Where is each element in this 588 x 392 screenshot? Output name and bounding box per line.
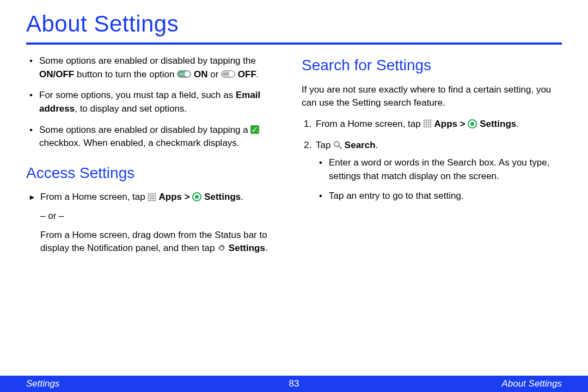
svg-point-28 [430, 124, 432, 126]
text: Some options are enabled or disabled by … [39, 125, 250, 135]
bullet-checkbox: Some options are enabled or disabled by … [26, 124, 286, 150]
search-icon [333, 140, 342, 149]
svg-point-10 [152, 198, 154, 199]
text: . [516, 119, 519, 129]
text: . [265, 243, 268, 253]
svg-point-18 [426, 120, 427, 121]
access-alt: From a Home screen, drag down from the S… [26, 229, 286, 255]
search-intro: If you are not sure exactly where to fin… [302, 83, 562, 110]
footer-right: About Settings [501, 378, 562, 389]
svg-point-4 [148, 195, 150, 197]
step-2-sub: Enter a word or words in the Search box.… [316, 156, 562, 203]
search-settings-heading: Search for Settings [302, 54, 562, 77]
onoff-bold: ON/OFF [39, 69, 74, 79]
svg-point-19 [428, 120, 430, 121]
intro-bullets: Some options are enabled or disabled by … [26, 54, 286, 150]
text: . [376, 140, 378, 150]
page-title: About Settings [26, 11, 562, 45]
right-column: Search for Settings If you are not sure … [302, 54, 562, 261]
svg-point-24 [430, 122, 432, 124]
step-2: Tap Search. Enter a word or words in the… [302, 139, 562, 204]
svg-point-16 [220, 247, 223, 249]
svg-point-8 [148, 198, 150, 199]
svg-point-15 [155, 200, 156, 201]
svg-point-22 [426, 122, 427, 124]
bullet-field: For some options, you must tap a field, … [26, 89, 286, 115]
settings-label: Settings [201, 192, 241, 202]
svg-point-6 [152, 195, 154, 197]
svg-point-1 [150, 193, 152, 195]
svg-point-29 [424, 126, 425, 128]
svg-point-11 [155, 198, 156, 199]
checkbox-icon [250, 125, 259, 134]
svg-line-34 [339, 146, 341, 149]
text: . [241, 192, 243, 202]
svg-point-31 [428, 126, 430, 128]
access-settings-heading: Access Settings [26, 162, 286, 185]
bullet-onoff: Some options are enabled or disabled by … [26, 54, 286, 81]
on-label: ON [191, 69, 207, 79]
toggle-on-icon [177, 70, 191, 78]
settings-circle-icon [192, 192, 201, 201]
content-columns: Some options are enabled or disabled by … [26, 54, 562, 261]
svg-point-30 [426, 126, 427, 128]
search-label: Search [342, 140, 375, 150]
svg-point-25 [424, 124, 425, 126]
or-separator: – or – [26, 210, 286, 223]
apps-label: Apps > [432, 119, 468, 129]
svg-point-9 [150, 198, 152, 199]
search-steps: From a Home screen, tap Apps > Settings.… [302, 118, 562, 203]
text: checkbox. When enabled, a checkmark disp… [39, 138, 240, 148]
settings-label: Settings [226, 243, 265, 253]
svg-point-5 [150, 195, 152, 197]
settings-label: Settings [477, 119, 516, 129]
text: For some options, you must tap a field, … [39, 90, 236, 100]
svg-point-32 [430, 126, 432, 128]
text: . [256, 69, 259, 79]
access-step: From a Home screen, tap Apps > Settings. [26, 191, 286, 204]
svg-point-27 [428, 124, 430, 126]
sub-bullet: Enter a word or words in the Search box.… [316, 156, 562, 183]
text: button to turn the option [74, 69, 177, 79]
svg-point-12 [148, 200, 150, 201]
text: or [207, 69, 221, 79]
apps-grid-icon [148, 193, 156, 201]
apps-label: Apps > [156, 192, 192, 202]
apps-grid-icon [423, 119, 432, 128]
svg-point-13 [150, 200, 152, 201]
sub-bullet: Tap an entry to go to that setting. [316, 189, 562, 203]
off-label: OFF [235, 69, 256, 79]
settings-circle-icon [468, 119, 477, 128]
page-footer: Settings 83 About Settings [0, 376, 588, 392]
text: Tap [316, 140, 333, 150]
svg-point-20 [430, 120, 432, 121]
text: , to display and set options. [75, 103, 187, 114]
svg-point-3 [155, 193, 156, 195]
step-1: From a Home screen, tap Apps > Settings. [302, 118, 562, 131]
gear-icon [217, 244, 226, 253]
svg-point-7 [155, 195, 156, 197]
text: From a Home screen, tap [316, 119, 423, 129]
toggle-off-icon [221, 70, 235, 78]
svg-point-0 [148, 193, 150, 195]
left-column: Some options are enabled or disabled by … [26, 54, 286, 261]
text: From a Home screen, tap [40, 192, 148, 202]
svg-point-17 [424, 120, 425, 121]
footer-left: Settings [26, 378, 59, 389]
svg-point-23 [428, 122, 430, 124]
svg-point-2 [152, 193, 154, 195]
svg-point-26 [426, 124, 427, 126]
page-number: 83 [289, 378, 299, 389]
text: Some options are enabled or disabled by … [39, 56, 256, 66]
svg-point-21 [424, 122, 425, 124]
svg-point-14 [152, 200, 154, 201]
